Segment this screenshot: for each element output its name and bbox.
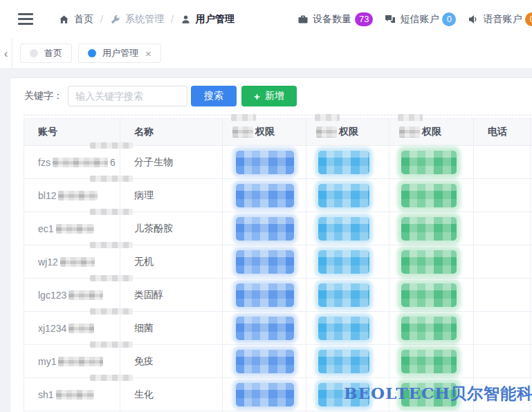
permission-cell <box>389 146 474 179</box>
column-header: 权限 <box>389 119 474 146</box>
keyword-search-input[interactable] <box>68 86 187 106</box>
open-tabs-bar: ‹ 首页 用户管理 × <box>0 39 532 69</box>
content-area: 关键字： 搜索 + 新增 账号名称权限权限权限电话 fzs6分子生物bl12病理… <box>0 69 532 412</box>
table-body: fzs6分子生物bl12病理ec1儿茶酚胺wj12无机lgc123类固醇xj12… <box>24 146 532 412</box>
redacted-account-text <box>58 357 103 366</box>
permission-tag-redacted-green[interactable] <box>401 184 457 207</box>
tab-close-icon[interactable]: × <box>145 48 152 59</box>
account-cell: sh1 <box>24 378 120 411</box>
add-user-button[interactable]: + 新增 <box>241 86 297 106</box>
name-cell: 病理 <box>120 179 223 212</box>
column-header-label: 账号 <box>38 126 57 138</box>
table-row: lgc123类固醇 <box>24 279 532 312</box>
stat-device-badge: 73 <box>355 12 373 26</box>
redacted-account-text <box>53 158 108 167</box>
redaction-artifact <box>231 114 256 121</box>
permission-tag-redacted-cyan[interactable] <box>318 250 369 274</box>
permission-cell <box>223 245 306 279</box>
column-header-label: 权限 <box>255 126 275 138</box>
breadcrumb-home[interactable]: 首页 <box>59 13 93 26</box>
permission-cell <box>306 279 389 312</box>
breadcrumb-system-management[interactable]: 系统管理 <box>110 13 164 26</box>
permission-tag-redacted-green[interactable] <box>401 151 457 174</box>
stat-device-label: 设备数量 <box>313 13 351 26</box>
permission-tag-redacted-blue[interactable] <box>236 250 294 274</box>
account-prefix: bl12 <box>38 190 56 201</box>
column-header-label: 名称 <box>134 126 154 138</box>
permission-tag-redacted-cyan[interactable] <box>318 317 369 340</box>
search-toolbar: 关键字： 搜索 + 新增 <box>24 86 532 106</box>
phone-cell <box>474 345 531 378</box>
permission-tag-redacted-cyan[interactable] <box>318 151 369 174</box>
wrench-icon <box>110 15 120 25</box>
permission-cell <box>223 212 306 245</box>
account-cell: bl12 <box>24 179 120 212</box>
permission-tag-redacted-blue[interactable] <box>236 151 294 174</box>
redaction-artifact <box>90 375 133 381</box>
redacted-account-text <box>56 390 94 400</box>
briefcase-icon <box>297 14 309 25</box>
account-cell: ec1 <box>24 212 120 245</box>
permission-cell <box>306 212 389 245</box>
permission-tag-redacted-green[interactable] <box>401 350 457 373</box>
permission-tag-redacted-blue[interactable] <box>236 383 294 406</box>
permission-cell <box>306 179 389 212</box>
permission-tag-redacted-blue[interactable] <box>236 350 294 373</box>
breadcrumb-user-management[interactable]: 用户管理 <box>181 13 235 26</box>
redacted-header-prefix <box>316 127 337 138</box>
tab-home[interactable]: 首页 <box>20 44 72 63</box>
account-prefix: ec1 <box>38 223 54 234</box>
account-prefix: fzs <box>38 157 51 168</box>
account-cell: fzs6 <box>24 146 120 179</box>
hamburger-menu-icon[interactable] <box>18 13 33 26</box>
permission-tag-redacted-green[interactable] <box>401 317 457 340</box>
permission-tag-redacted-cyan[interactable] <box>318 350 369 373</box>
account-prefix: lgc123 <box>38 290 66 301</box>
permission-cell <box>306 345 389 378</box>
stat-device-count[interactable]: 设备数量 73 <box>297 12 373 26</box>
permission-tag-redacted-green[interactable] <box>401 250 457 274</box>
account-prefix: wj12 <box>38 256 58 268</box>
permission-tag-redacted-cyan[interactable] <box>318 383 369 406</box>
column-header-label: 电话 <box>488 126 507 138</box>
permission-tag-redacted-blue[interactable] <box>236 184 294 207</box>
search-button[interactable]: 搜索 <box>191 86 237 106</box>
stat-sms-badge: 0 <box>442 12 456 26</box>
tab-user-management[interactable]: 用户管理 × <box>78 44 161 63</box>
redaction-artifact <box>398 114 423 121</box>
permission-tag-redacted-cyan[interactable] <box>318 283 369 307</box>
user-icon <box>181 15 191 25</box>
permission-tag-redacted-blue[interactable] <box>236 217 294 241</box>
permission-cell <box>389 212 474 245</box>
permission-tag-redacted-green[interactable] <box>401 283 457 307</box>
phone-cell <box>474 146 531 179</box>
stat-voice-label: 语音账户 <box>483 13 522 26</box>
phone-cell <box>474 212 531 245</box>
column-header: 权限 <box>306 119 389 146</box>
permission-tag-redacted-blue[interactable] <box>236 317 294 340</box>
redacted-header-prefix <box>232 127 253 138</box>
redacted-account-text <box>60 257 95 267</box>
tabs-scroll-left-button[interactable]: ‹ <box>0 39 12 68</box>
permission-tag-redacted-cyan[interactable] <box>318 217 369 241</box>
permission-tag-redacted-blue[interactable] <box>236 283 294 307</box>
account-prefix: xj1234 <box>38 323 66 334</box>
tab-dot-icon <box>30 49 38 57</box>
redaction-artifact <box>90 275 133 281</box>
permission-tag-redacted-green[interactable] <box>401 383 457 406</box>
speaker-icon <box>468 14 479 25</box>
stat-sms-account[interactable]: 短信账户 0 <box>385 12 456 26</box>
permission-cell <box>223 378 306 411</box>
permission-cell <box>306 146 389 179</box>
account-cell: xj1234 <box>24 312 120 345</box>
navbar-stats: 设备数量 73 短信账户 0 语音账户 0 <box>297 0 532 39</box>
stat-voice-account[interactable]: 语音账户 0 <box>468 12 532 26</box>
redacted-account-text <box>68 290 103 300</box>
permission-tag-redacted-cyan[interactable] <box>318 184 369 207</box>
redacted-account-text <box>58 191 98 200</box>
account-suffix: 6 <box>110 157 116 168</box>
phone-cell <box>474 245 531 279</box>
permission-tag-redacted-green[interactable] <box>401 217 457 241</box>
permission-cell <box>389 312 474 345</box>
table-row: ec1儿茶酚胺 <box>24 212 532 245</box>
